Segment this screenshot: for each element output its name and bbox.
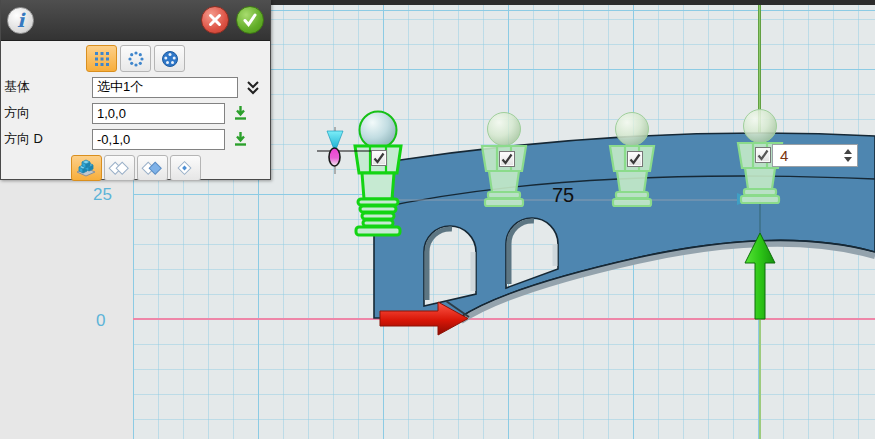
cad-application-window: 25 0 75 4 i: [0, 0, 875, 439]
count-spinbox[interactable]: 4: [772, 144, 858, 167]
pawn1-checkbox[interactable]: [371, 150, 387, 166]
pawn4-checkbox[interactable]: [755, 147, 771, 163]
pick-direction-d-button[interactable]: [229, 131, 251, 147]
check-icon: [372, 151, 386, 165]
direction-label: 方向: [4, 104, 92, 122]
origin-point-marker: [329, 148, 340, 166]
direction-d-row: 方向 D: [4, 128, 267, 150]
expand-button[interactable]: [242, 80, 264, 95]
check-icon: [756, 148, 770, 162]
check-icon: [500, 152, 514, 166]
green-pick-arrow-icon: [233, 105, 248, 121]
cubes-icon: [75, 159, 97, 177]
circular-pattern-button[interactable]: [120, 45, 151, 72]
pawn2-sphere: [488, 113, 521, 146]
direction-d-input[interactable]: [92, 129, 225, 150]
green-pick-arrow-icon: [233, 131, 248, 147]
check-icon: [628, 152, 642, 166]
pawn2-checkbox[interactable]: [499, 151, 515, 167]
diamond-pair-icon: [107, 160, 131, 176]
spin-up-icon[interactable]: [844, 149, 852, 154]
intersection-button[interactable]: [170, 155, 201, 181]
grid-label-0: 0: [96, 311, 105, 331]
spherical-pattern-button[interactable]: [154, 45, 185, 72]
window2-shading: [509, 221, 534, 284]
solid-result-button[interactable]: [71, 155, 102, 181]
diamond-pair-blue-icon: [140, 160, 164, 176]
close-icon: [208, 13, 222, 27]
count-value: 4: [773, 147, 788, 164]
arch-edge: [459, 240, 875, 318]
circle-dots-icon: [128, 51, 144, 67]
base-feature-input[interactable]: [92, 77, 238, 98]
cancel-button[interactable]: [201, 6, 229, 34]
pattern-type-toolbar: [1, 45, 270, 72]
direction-row: 方向: [4, 102, 267, 124]
result-mode-toolbar: [1, 155, 270, 181]
grid-dots-icon: [94, 51, 110, 67]
pattern-task-dialog: i: [0, 0, 271, 180]
check-icon: [242, 12, 258, 28]
rectangular-pattern-button[interactable]: [86, 45, 117, 72]
grid-label-25: 25: [84, 185, 112, 205]
pawn4-sphere: [744, 110, 777, 143]
overlap-shapes-button[interactable]: [137, 155, 168, 181]
dimension-value-label: 75: [552, 184, 574, 207]
two-shapes-button[interactable]: [104, 155, 135, 181]
chevron-double-down-icon: [246, 80, 260, 95]
spin-down-icon[interactable]: [844, 157, 852, 162]
ok-button[interactable]: [236, 6, 264, 34]
base-feature-label: 基体: [4, 78, 92, 96]
info-icon: i: [7, 7, 34, 34]
pawn3-sphere: [616, 113, 649, 146]
dialog-titlebar: i: [1, 0, 270, 41]
pawn1-sphere: [360, 112, 397, 149]
pick-direction-button[interactable]: [229, 105, 251, 121]
window1-shading: [427, 229, 452, 300]
pawn3-checkbox[interactable]: [627, 151, 643, 167]
direction-d-label: 方向 D: [4, 130, 92, 148]
direction-input[interactable]: [92, 103, 225, 124]
sphere-icon: [161, 50, 179, 68]
diamond-dot-icon: [173, 160, 197, 176]
base-feature-row: 基体: [4, 76, 267, 98]
pawn-original[interactable]: [355, 112, 401, 236]
